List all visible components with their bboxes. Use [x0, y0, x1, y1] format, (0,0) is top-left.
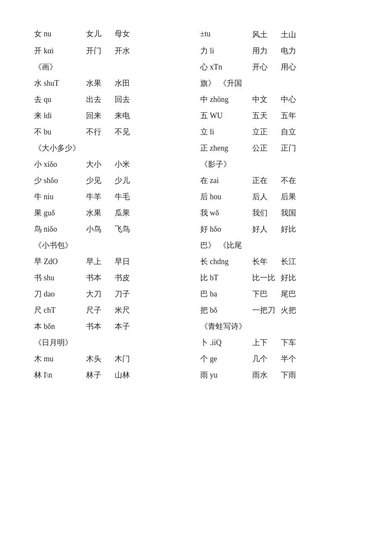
char-entry-right: 个 ge几个半个 — [200, 354, 296, 364]
char-entry-right: 心 xTn开心用心 — [200, 62, 296, 72]
char-main: 不 bu — [34, 127, 81, 137]
word1: 木头 — [86, 354, 110, 364]
word1: 不行 — [86, 127, 110, 137]
char-entry-left: 刀 dao大刀刀子 — [34, 289, 130, 299]
word1: 我们 — [252, 208, 276, 218]
char-main: 长 chdng — [200, 256, 247, 267]
special-entry: 旗》《升国 — [200, 78, 242, 88]
char-entry-left: 本 bδn书本本子 — [34, 321, 130, 331]
char-entry-right: 我 wδ我们我国 — [200, 208, 296, 218]
char-entry-right: 立 li立正自立 — [200, 127, 296, 137]
table-cell-right: 在 zai正在不在 — [196, 172, 358, 189]
word1: 一把刀 — [252, 305, 276, 315]
char-main: 个 ge — [200, 354, 247, 364]
char-main: 果 guδ — [34, 208, 81, 218]
char-entry-right: 卜 .iiQ上下下车 — [200, 337, 296, 348]
char-main: 开 kαi — [34, 46, 81, 56]
word1: 长年 — [252, 256, 276, 267]
char-main: 木 mu — [34, 354, 81, 364]
word2: 正门 — [281, 143, 296, 153]
table-cell-right: 好 hδo好人好比 — [196, 221, 358, 237]
table-cell-left: 木 mu木头木门 — [34, 351, 196, 367]
char-entry-left: 开 kαi开门开水 — [34, 46, 130, 56]
table-row: 林 I\n林子山林雨 yu雨水下雨 — [34, 367, 358, 383]
special-text: 《升国 — [219, 78, 242, 88]
char-main: 心 xTn — [200, 62, 247, 72]
word2: 书皮 — [115, 273, 130, 283]
table-cell-right: 长 chdng长年长江 — [196, 253, 358, 270]
char-entry-right: 好 hδo好人好比 — [200, 224, 296, 234]
char-main: 小 xiδo — [34, 159, 81, 169]
char-main: 本 bδn — [34, 321, 81, 331]
word2: 五年 — [281, 110, 296, 121]
word1: 几个 — [252, 354, 276, 364]
char-main: 鸟 niδo — [34, 224, 81, 234]
char-entry-right: 把 bδ一把刀火把 — [200, 305, 296, 315]
table-cell-left: 小 xiδo大小小米 — [34, 156, 196, 172]
word2: 半个 — [281, 354, 296, 364]
word2: 中心 — [281, 94, 296, 105]
char-entry-left: 来 ldi回来来电 — [34, 110, 130, 121]
word2: 刀子 — [115, 289, 130, 299]
char-entry-right: 在 zai正在不在 — [200, 175, 296, 186]
char-entry-left: 去 qu出去回去 — [34, 94, 130, 105]
char-main: 少 shδo — [34, 175, 81, 186]
table-row: 书 shu书本书皮比 bT比一比好比 — [34, 270, 358, 286]
table-cell-left: 《画》 — [34, 59, 196, 75]
table-cell-left: 少 shδo少见少儿 — [34, 172, 196, 189]
word1: 中文 — [252, 94, 276, 105]
table-cell-right: 《青蛙写诗》 — [196, 318, 358, 334]
char-main: 来 ldi — [34, 110, 81, 121]
char-entry-right: 雨 yu雨水下雨 — [200, 370, 296, 380]
char-main: 雨 yu — [200, 370, 247, 380]
table-row: 水 shuT水果水田旗》《升国 — [34, 75, 358, 91]
word1: 后人 — [252, 192, 276, 202]
word1: 开门 — [86, 46, 110, 56]
char-main: 比 bT — [200, 273, 247, 283]
book-title-left: 《日月明》 — [34, 338, 72, 347]
table-cell-left: 不 bu不行不见 — [34, 124, 196, 140]
table-cell-right: 雨 yu雨水下雨 — [196, 367, 358, 383]
word2: 尾巴 — [281, 289, 296, 299]
char-entry-right: 巴 ba下巴尾巴 — [200, 289, 296, 299]
char-main: 早 ZdO — [34, 256, 81, 267]
char-main: 女 nu — [34, 29, 81, 39]
table-cell-left: 早 ZdO早上早日 — [34, 253, 196, 270]
special-text: 《比尾 — [219, 240, 242, 250]
content-table: 女 nu女儿母女±tu风土土山开 kαi开门开水力 li用力电力《画》心 xTn… — [34, 26, 358, 383]
word1: 尺子 — [86, 305, 110, 315]
char-entry-left: 小 xiδo大小小米 — [34, 159, 130, 169]
char-main: 把 bδ — [200, 305, 247, 315]
word1: 小鸟 — [86, 224, 110, 234]
table-row: 小 xiδo大小小米《影子》 — [34, 156, 358, 172]
book-title-left: 《大小多少》 — [34, 144, 80, 152]
char-entry-left: 果 guδ水果瓜果 — [34, 208, 130, 218]
book-title-right: 《青蛙写诗》 — [200, 322, 246, 331]
table-cell-left: 来 ldi回来来电 — [34, 108, 196, 124]
word1: 出去 — [86, 94, 110, 105]
char-main: 力 li — [200, 46, 247, 56]
word1: 开心 — [252, 62, 276, 72]
char-main: 牛 niu — [34, 192, 81, 202]
char-entry-left: 书 shu书本书皮 — [34, 273, 130, 283]
word1: 大刀 — [86, 289, 110, 299]
char-main: 林 I\n — [34, 370, 81, 380]
char-entry-right: 比 bT比一比好比 — [200, 273, 296, 283]
char-entry-left: 牛 niu牛羊牛毛 — [34, 192, 130, 202]
table-cell-left: 水 shuT水果水田 — [34, 75, 196, 91]
word1: 公正 — [252, 143, 276, 153]
char-entry-left: 少 shδo少见少儿 — [34, 175, 130, 186]
table-row: 女 nu女儿母女±tu风土土山 — [34, 26, 358, 43]
word1: 比一比 — [252, 273, 276, 283]
char-main: 巴 ba — [200, 289, 247, 299]
word1: 书本 — [86, 273, 110, 283]
table-row: 少 shδo少见少儿在 zai正在不在 — [34, 172, 358, 189]
table-row: 不 bu不行不见立 li立正自立 — [34, 124, 358, 140]
table-row: 《大小多少》正 zheng公正正门 — [34, 140, 358, 156]
word1: 回来 — [86, 110, 110, 121]
table-cell-right: 立 li立正自立 — [196, 124, 358, 140]
char-entry-right: 力 li用力电力 — [200, 46, 296, 56]
char-entry-right: ±tu风土土山 — [200, 29, 296, 40]
word1: 林子 — [86, 370, 110, 380]
table-cell-right: 五 WU五天五年 — [196, 108, 358, 124]
